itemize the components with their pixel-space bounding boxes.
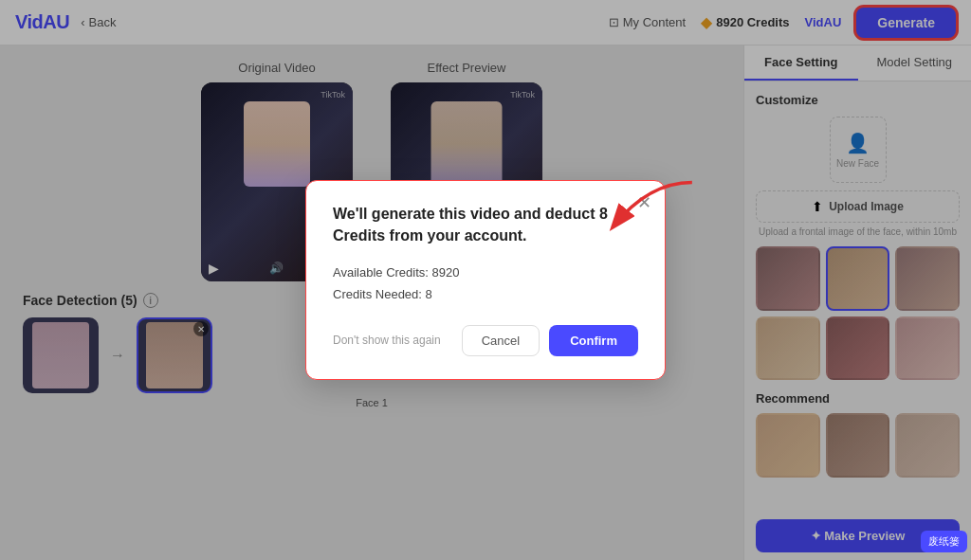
needed-credits: Credits Needed: 8: [333, 283, 638, 305]
red-arrow-indicator: [596, 171, 701, 246]
dont-show-label[interactable]: Don't show this again: [333, 334, 441, 347]
confirm-button[interactable]: Confirm: [549, 325, 638, 356]
dialog-actions: Don't show this again Cancel Confirm: [333, 325, 638, 356]
dialog-title: We'll generate this video and deduct 8 C…: [333, 204, 638, 246]
dialog-info: Available Credits: 8920 Credits Needed: …: [333, 262, 638, 306]
dialog-buttons: Cancel Confirm: [462, 325, 638, 356]
floating-badge: 废纸篓: [921, 531, 967, 552]
dialog-overlay: ✕ We'll generate this video and deduct 8…: [0, 0, 971, 560]
cancel-button[interactable]: Cancel: [462, 325, 540, 356]
available-credits: Available Credits: 8920: [333, 262, 638, 283]
